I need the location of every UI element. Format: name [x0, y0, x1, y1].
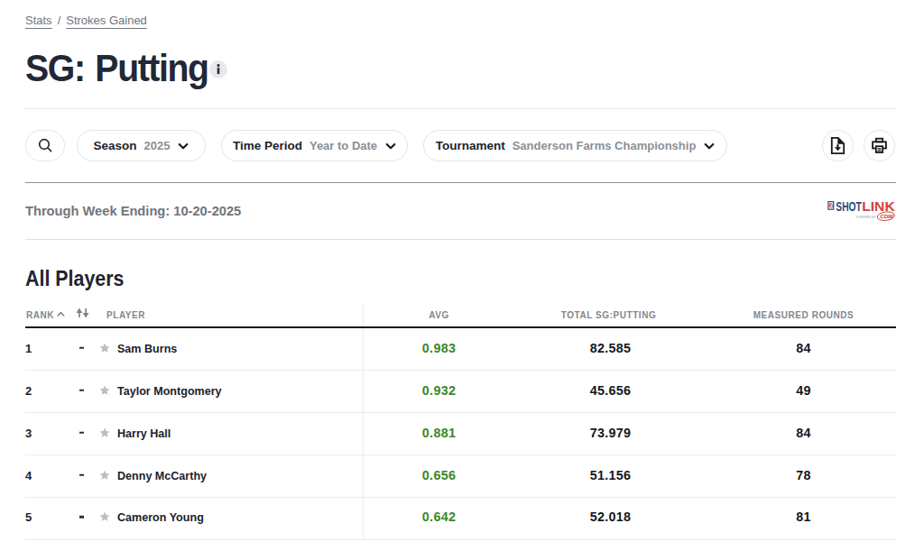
svg-text:POWERED BY: POWERED BY: [856, 216, 877, 219]
svg-text:CDW: CDW: [880, 213, 894, 219]
svg-text:SHOT: SHOT: [836, 200, 862, 214]
